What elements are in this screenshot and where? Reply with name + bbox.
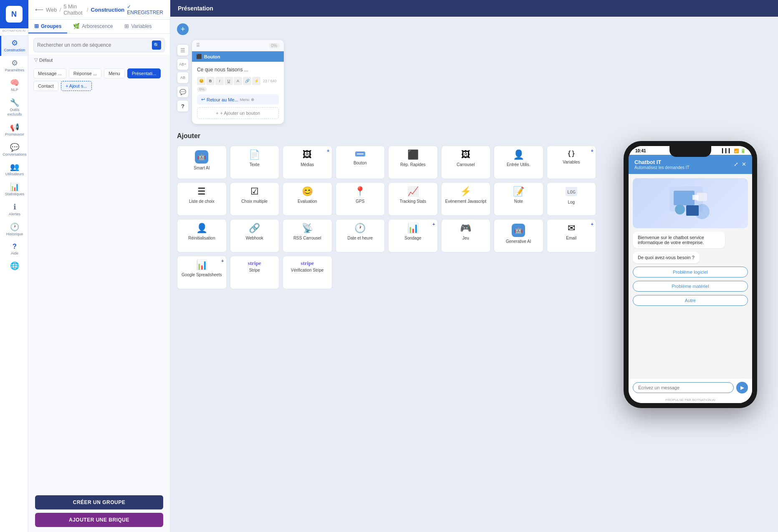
- sidebar-item-statistiques[interactable]: 📊 Statistiques: [0, 180, 28, 200]
- seq-btn-message[interactable]: Message ...: [33, 68, 66, 78]
- brick-sondage[interactable]: + 📊 Sondage: [388, 219, 438, 252]
- chat-choice-logiciel[interactable]: Problème logiciel: [633, 267, 748, 277]
- brick-choix-multiple[interactable]: ☑ Choix multiple: [230, 182, 280, 216]
- sidebar-item-outils[interactable]: 🔧 Outils exclusifs: [0, 96, 28, 120]
- side-icon-menu[interactable]: ☰: [177, 44, 189, 56]
- sidebar-item-construction[interactable]: ⚙ Construction: [0, 36, 28, 56]
- node-return[interactable]: ↩ Retour au Me... Menu ⊕: [197, 94, 279, 105]
- node-menu-plus[interactable]: ⊕: [251, 97, 254, 102]
- brick-rss-carrousel[interactable]: 📡 RSS Carrousel: [283, 219, 332, 252]
- chatbot-header-info: Chatbot IT Automatisez les demandes IT: [634, 159, 690, 170]
- evaluation-label: Evaluation: [298, 199, 317, 204]
- seq-btn-add[interactable]: + Ajout s...: [61, 81, 92, 91]
- brick-webhook[interactable]: 🔗 Webhook: [230, 219, 280, 252]
- close-icon[interactable]: ✕: [742, 161, 746, 167]
- brick-log[interactable]: LOG Log: [547, 182, 596, 216]
- node-tool-bold[interactable]: B: [206, 77, 215, 85]
- brick-liste-choix[interactable]: ☰ Liste de choix: [177, 182, 227, 216]
- sidebar-item-parametres[interactable]: ⚙ Paramètres: [0, 56, 28, 76]
- brick-verification-stripe[interactable]: stripe Vérification Stripe: [283, 256, 332, 289]
- brick-evaluation[interactable]: 😊 Evaluation: [283, 182, 332, 216]
- rep-rapides-label: Rép. Rapides: [400, 162, 426, 167]
- brick-bouton[interactable]: Bouton: [336, 146, 385, 179]
- texte-label: Texte: [250, 162, 260, 167]
- sidebar-item-language[interactable]: 🌐: [0, 259, 28, 273]
- texte-icon: 📄: [249, 150, 260, 159]
- add-brick-button[interactable]: AJOUTER UNE BRIQUE: [35, 513, 163, 527]
- brick-variables[interactable]: + {} Variables: [547, 146, 596, 179]
- brick-gps[interactable]: 📍 GPS: [336, 182, 385, 216]
- add-node-button[interactable]: +: [177, 23, 189, 35]
- brick-smart-ai[interactable]: 🤖 Smart AI: [177, 146, 227, 179]
- presentation-header: Présentation: [170, 0, 778, 17]
- brick-texte[interactable]: 📄 Texte: [230, 146, 280, 179]
- expand-icon[interactable]: ⤢: [734, 161, 738, 167]
- sondage-icon: 📊: [407, 224, 419, 233]
- sidebar-item-utilisateurs[interactable]: 👥 Utilisateurs: [0, 160, 28, 180]
- phone-message-input[interactable]: [633, 382, 734, 393]
- save-button[interactable]: ✓ ENREGISTRER: [127, 4, 163, 15]
- brick-medias[interactable]: + 🖼 Médias: [283, 146, 332, 179]
- sidebar-item-historique[interactable]: 🕐 Historique: [0, 220, 28, 240]
- chat-choice-materiel[interactable]: Problème matériel: [633, 281, 748, 292]
- search-input[interactable]: [37, 42, 152, 48]
- seq-btn-presentation[interactable]: Présentati...: [127, 68, 161, 78]
- construction-icon: ⚙: [11, 39, 18, 47]
- brick-email[interactable]: + ✉ Email: [547, 219, 596, 252]
- side-icon-ab2[interactable]: AB: [177, 72, 189, 83]
- add-section: Ajouter 🤖 Smart AI 📄 Texte +: [177, 132, 596, 289]
- sondage-label: Sondage: [404, 235, 421, 241]
- carrousel-label: Carrousel: [457, 162, 475, 167]
- brick-evenement-js[interactable]: ⚡ Evènement Javascript: [441, 182, 491, 216]
- node-tool-var[interactable]: ⚡: [252, 77, 260, 85]
- sidebar-item-aide[interactable]: ? Aide: [0, 240, 28, 259]
- tab-arborescence[interactable]: 🌿 Arborescence: [67, 20, 119, 33]
- search-wrap: 🔍: [33, 38, 165, 52]
- breadcrumb-back-icon[interactable]: ⟵: [35, 6, 43, 13]
- sidebar-item-promouvoir[interactable]: 📢 Promouvoir: [0, 120, 28, 140]
- brick-note[interactable]: 📝 Note: [494, 182, 543, 216]
- seq-btn-reponse[interactable]: Réponse ...: [69, 68, 101, 78]
- brick-stripe[interactable]: stripe Stripe: [230, 256, 280, 289]
- brick-rep-rapides[interactable]: ⬛ Rép. Rapides: [388, 146, 438, 179]
- node-percent2: 0%: [197, 87, 207, 92]
- brick-generative-ai[interactable]: 🤖 Generative AI: [494, 219, 543, 252]
- sidebar-item-alertes[interactable]: ℹ Alertes: [0, 200, 28, 220]
- node-tool-color[interactable]: A: [234, 77, 242, 85]
- node-tool-underline[interactable]: U: [225, 77, 233, 85]
- create-group-button[interactable]: CRÉER UN GROUPE: [35, 495, 163, 509]
- seq-btn-contact[interactable]: Contact: [33, 81, 58, 91]
- tab-variables[interactable]: ⊞ Variables: [119, 20, 157, 33]
- seq-btn-menu[interactable]: Menu: [104, 68, 125, 78]
- action-buttons: CRÉER UN GROUPE AJOUTER UNE BRIQUE: [28, 490, 170, 532]
- brick-google-sheets[interactable]: + 📊 Google Spreadsheets: [177, 256, 227, 289]
- brick-jeu[interactable]: 🎮 Jeu: [441, 219, 491, 252]
- group-label: ▽ Défaut: [28, 55, 170, 65]
- svg-point-9: [675, 204, 685, 214]
- sidebar-item-nlp[interactable]: 🧠 NLP: [0, 76, 28, 96]
- generative-ai-label: Generative AI: [506, 239, 531, 244]
- node-tool-emoji[interactable]: 😊: [197, 77, 205, 85]
- side-icon-question[interactable]: ?: [177, 100, 189, 112]
- tab-groupes[interactable]: ⊞ Groupes: [28, 20, 67, 33]
- sidebar-item-conversations[interactable]: 💬 Conversations: [0, 140, 28, 160]
- chat-image: [633, 178, 748, 228]
- node-tool-link[interactable]: 🔗: [243, 77, 251, 85]
- side-icon-ab1[interactable]: AB+: [177, 58, 189, 70]
- phone-send-button[interactable]: ▶: [736, 382, 748, 393]
- brick-tracking-stats[interactable]: 📈 Tracking Stats: [388, 182, 438, 216]
- brick-entree-utilis[interactable]: 👤 Entrée Utilis.: [494, 146, 543, 179]
- brick-carrousel[interactable]: 🖼 Carrousel: [441, 146, 491, 179]
- chatbot-title: Chatbot IT: [634, 159, 690, 165]
- side-icon-chat[interactable]: 💬: [177, 86, 189, 98]
- node-add-button[interactable]: + + Ajouter un bouton: [197, 107, 279, 119]
- search-button[interactable]: 🔍: [152, 40, 161, 50]
- outils-icon: 🔧: [10, 99, 19, 106]
- chat-choice-autre[interactable]: Autre: [633, 295, 748, 306]
- canvas-and-preview: + ☰ AB+ AB 💬 ? ⠿ 0%: [170, 17, 778, 532]
- brick-reinitialisation[interactable]: 👤 Réinitialisation: [177, 219, 227, 252]
- app-logo[interactable]: N: [0, 0, 28, 28]
- node-tool-italic[interactable]: I: [215, 77, 224, 85]
- brick-date-heure[interactable]: 🕐 Date et heure: [336, 219, 385, 252]
- sidebar-label-conversations: Conversations: [3, 152, 27, 157]
